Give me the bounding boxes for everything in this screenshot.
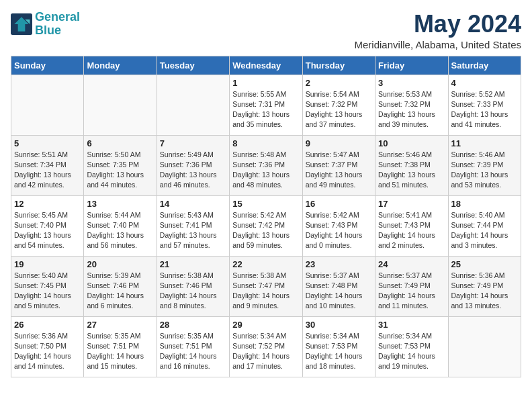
day-number: 20 [87,259,153,269]
weekday-header-tuesday: Tuesday [157,56,229,75]
calendar-cell: 27Sunrise: 5:35 AMSunset: 7:51 PMDayligh… [84,316,157,377]
day-number: 14 [160,199,226,209]
calendar-cell: 31Sunrise: 5:34 AMSunset: 7:53 PMDayligh… [375,316,448,377]
calendar-cell: 3Sunrise: 5:53 AMSunset: 7:32 PMDaylight… [375,75,448,135]
day-info: Sunrise: 5:52 AMSunset: 7:33 PMDaylight:… [451,89,518,130]
calendar-cell: 2Sunrise: 5:54 AMSunset: 7:32 PMDaylight… [302,75,375,135]
calendar-cell: 13Sunrise: 5:44 AMSunset: 7:40 PMDayligh… [84,195,157,256]
day-info: Sunrise: 5:34 AMSunset: 7:52 PMDaylight:… [232,331,299,372]
weekday-header-saturday: Saturday [448,56,521,75]
calendar-cell [448,316,521,377]
day-info: Sunrise: 5:36 AMSunset: 7:49 PMDaylight:… [451,271,518,312]
weekday-header-sunday: Sunday [11,56,84,75]
day-info: Sunrise: 5:40 AMSunset: 7:44 PMDaylight:… [451,210,518,251]
day-info: Sunrise: 5:48 AMSunset: 7:36 PMDaylight:… [232,150,299,191]
calendar-cell: 7Sunrise: 5:49 AMSunset: 7:36 PMDaylight… [157,135,229,195]
day-info: Sunrise: 5:37 AMSunset: 7:49 PMDaylight:… [378,271,445,312]
day-info: Sunrise: 5:38 AMSunset: 7:46 PMDaylight:… [160,271,226,312]
calendar-cell: 26Sunrise: 5:36 AMSunset: 7:50 PMDayligh… [11,316,84,377]
day-info: Sunrise: 5:51 AMSunset: 7:34 PMDaylight:… [14,150,81,191]
calendar-cell: 21Sunrise: 5:38 AMSunset: 7:46 PMDayligh… [157,256,229,316]
calendar-cell: 4Sunrise: 5:52 AMSunset: 7:33 PMDaylight… [448,75,521,135]
weekday-header-wednesday: Wednesday [230,56,302,75]
day-info: Sunrise: 5:46 AMSunset: 7:38 PMDaylight:… [378,150,445,191]
day-info: Sunrise: 5:45 AMSunset: 7:40 PMDaylight:… [14,210,81,251]
month-title: May 2024 [355,11,521,38]
calendar-cell: 17Sunrise: 5:41 AMSunset: 7:43 PMDayligh… [375,195,448,256]
calendar-cell: 30Sunrise: 5:34 AMSunset: 7:53 PMDayligh… [302,316,375,377]
day-info: Sunrise: 5:44 AMSunset: 7:40 PMDaylight:… [87,210,153,251]
day-info: Sunrise: 5:55 AMSunset: 7:31 PMDaylight:… [232,89,299,130]
calendar-cell: 9Sunrise: 5:47 AMSunset: 7:37 PMDaylight… [302,135,375,195]
day-number: 29 [232,320,299,330]
day-number: 15 [232,199,299,209]
day-number: 25 [451,259,518,269]
day-number: 30 [306,320,372,330]
day-number: 7 [160,138,226,148]
day-number: 5 [14,138,81,148]
day-number: 16 [306,199,372,209]
day-info: Sunrise: 5:34 AMSunset: 7:53 PMDaylight:… [378,331,445,372]
calendar-week-3: 12Sunrise: 5:45 AMSunset: 7:40 PMDayligh… [11,195,521,256]
day-number: 9 [306,138,372,148]
weekday-header-friday: Friday [375,56,448,75]
logo: GeneralBlue [11,11,80,38]
calendar-cell: 16Sunrise: 5:42 AMSunset: 7:43 PMDayligh… [302,195,375,256]
day-number: 22 [232,259,299,269]
day-number: 27 [87,320,153,330]
calendar-cell: 6Sunrise: 5:50 AMSunset: 7:35 PMDaylight… [84,135,157,195]
page-header: GeneralBlue May 2024 Meridianville, Alab… [11,11,521,50]
day-number: 12 [14,199,81,209]
calendar-cell: 19Sunrise: 5:40 AMSunset: 7:45 PMDayligh… [11,256,84,316]
calendar-cell: 22Sunrise: 5:38 AMSunset: 7:47 PMDayligh… [230,256,302,316]
day-info: Sunrise: 5:47 AMSunset: 7:37 PMDaylight:… [306,150,372,191]
day-number: 26 [14,320,81,330]
title-block: May 2024 Meridianville, Alabama, United … [355,11,521,50]
logo-icon [11,13,32,35]
calendar-week-1: 1Sunrise: 5:55 AMSunset: 7:31 PMDaylight… [11,75,521,135]
day-number: 28 [160,320,226,330]
day-number: 17 [378,199,445,209]
calendar-cell [84,75,157,135]
calendar-cell: 10Sunrise: 5:46 AMSunset: 7:38 PMDayligh… [375,135,448,195]
calendar-cell: 18Sunrise: 5:40 AMSunset: 7:44 PMDayligh… [448,195,521,256]
calendar-cell [11,75,84,135]
day-number: 1 [232,78,299,88]
day-info: Sunrise: 5:40 AMSunset: 7:45 PMDaylight:… [14,271,81,312]
day-number: 18 [451,199,518,209]
calendar-cell: 8Sunrise: 5:48 AMSunset: 7:36 PMDaylight… [230,135,302,195]
logo-text: GeneralBlue [35,11,80,38]
day-number: 11 [451,138,518,148]
weekday-header-thursday: Thursday [302,56,375,75]
day-number: 4 [451,78,518,88]
calendar-cell: 15Sunrise: 5:42 AMSunset: 7:42 PMDayligh… [230,195,302,256]
day-info: Sunrise: 5:37 AMSunset: 7:48 PMDaylight:… [306,271,372,312]
day-number: 8 [232,138,299,148]
calendar-cell [157,75,229,135]
day-info: Sunrise: 5:46 AMSunset: 7:39 PMDaylight:… [451,150,518,191]
calendar-table: SundayMondayTuesdayWednesdayThursdayFrid… [11,56,521,377]
calendar-week-2: 5Sunrise: 5:51 AMSunset: 7:34 PMDaylight… [11,135,521,195]
calendar-cell: 20Sunrise: 5:39 AMSunset: 7:46 PMDayligh… [84,256,157,316]
day-info: Sunrise: 5:42 AMSunset: 7:43 PMDaylight:… [306,210,372,251]
calendar-cell: 28Sunrise: 5:35 AMSunset: 7:51 PMDayligh… [157,316,229,377]
calendar-cell: 5Sunrise: 5:51 AMSunset: 7:34 PMDaylight… [11,135,84,195]
day-number: 2 [306,78,372,88]
calendar-cell: 24Sunrise: 5:37 AMSunset: 7:49 PMDayligh… [375,256,448,316]
day-number: 19 [14,259,81,269]
day-info: Sunrise: 5:49 AMSunset: 7:36 PMDaylight:… [160,150,226,191]
day-number: 13 [87,199,153,209]
day-info: Sunrise: 5:35 AMSunset: 7:51 PMDaylight:… [87,331,153,372]
day-info: Sunrise: 5:39 AMSunset: 7:46 PMDaylight:… [87,271,153,312]
day-number: 31 [378,320,445,330]
calendar-cell: 25Sunrise: 5:36 AMSunset: 7:49 PMDayligh… [448,256,521,316]
calendar-cell: 11Sunrise: 5:46 AMSunset: 7:39 PMDayligh… [448,135,521,195]
day-info: Sunrise: 5:36 AMSunset: 7:50 PMDaylight:… [14,331,81,372]
day-info: Sunrise: 5:43 AMSunset: 7:41 PMDaylight:… [160,210,226,251]
day-number: 23 [306,259,372,269]
day-info: Sunrise: 5:35 AMSunset: 7:51 PMDaylight:… [160,331,226,372]
day-info: Sunrise: 5:38 AMSunset: 7:47 PMDaylight:… [232,271,299,312]
location: Meridianville, Alabama, United States [355,39,521,50]
calendar-cell: 29Sunrise: 5:34 AMSunset: 7:52 PMDayligh… [230,316,302,377]
day-number: 6 [87,138,153,148]
